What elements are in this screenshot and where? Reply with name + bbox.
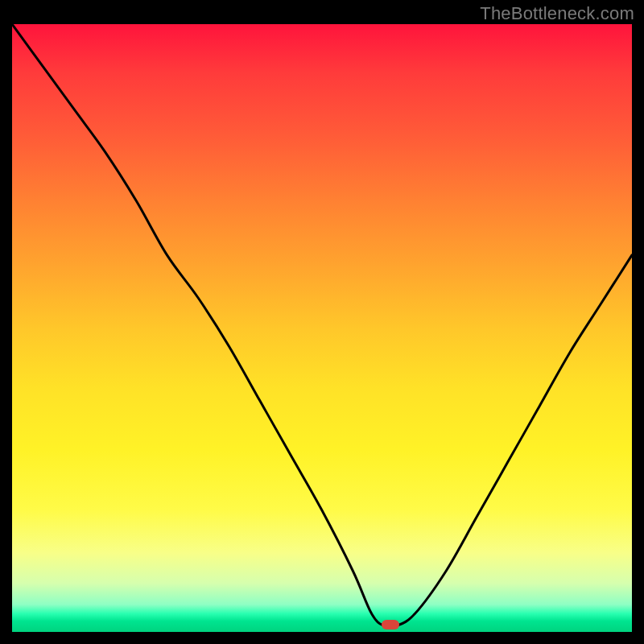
chart-frame: TheBottleneck.com [0, 0, 644, 644]
minimum-marker [382, 620, 399, 630]
watermark-text: TheBottleneck.com [480, 3, 634, 24]
chart-plot-area [12, 24, 632, 632]
bottleneck-curve [12, 24, 632, 632]
